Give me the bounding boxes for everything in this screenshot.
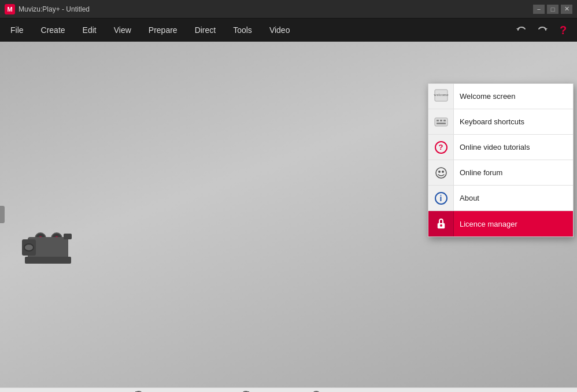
- svg-marker-0: [516, 28, 520, 30]
- menu-item-create[interactable]: Create: [33, 22, 73, 38]
- welcome-screen-icon: welcome: [428, 84, 454, 109]
- dropdown-item-online-tutorials[interactable]: ? Online video tutorials: [428, 135, 573, 160]
- statusbar: Move and steer the view. Look around. Mo…: [0, 387, 577, 392]
- titlebar-left: M Muvizu:Play+ - Untitled: [5, 4, 90, 14]
- dropdown-item-online-forum[interactable]: Online forum: [428, 160, 573, 186]
- menu-item-file[interactable]: File: [2, 22, 32, 38]
- app-icon: M: [5, 4, 15, 14]
- undo-button[interactable]: [512, 21, 531, 39]
- svg-point-9: [436, 168, 446, 178]
- menubar: File Create Edit View Prepare Direct Too…: [0, 19, 577, 42]
- minimize-button[interactable]: −: [533, 5, 545, 14]
- svg-rect-7: [443, 120, 446, 121]
- about-label: About: [454, 194, 479, 202]
- camera-lens: [24, 243, 34, 252]
- help-dropdown-menu: welcome Welcome screen Keyboard shortcut…: [428, 83, 574, 237]
- help-icon: ?: [560, 24, 567, 37]
- keyboard-shortcuts-label: Keyboard shortcuts: [454, 117, 524, 126]
- licence-manager-label: Licence manager: [454, 220, 517, 228]
- menu-item-video[interactable]: Video: [261, 22, 298, 38]
- dropdown-item-licence-manager[interactable]: Licence manager: [428, 211, 573, 236]
- menu-item-tools[interactable]: Tools: [225, 22, 260, 38]
- svg-point-10: [438, 171, 441, 173]
- dropdown-item-about[interactable]: i About: [428, 186, 573, 211]
- svg-rect-6: [440, 120, 442, 121]
- camera-viewfinder: [64, 234, 72, 239]
- dropdown-item-welcome-screen[interactable]: welcome Welcome screen: [428, 84, 573, 109]
- svg-text:welcome: welcome: [434, 93, 448, 97]
- left-edge-indicator: [0, 206, 5, 223]
- svg-point-11: [442, 171, 444, 173]
- online-tutorials-icon: ?: [428, 135, 454, 160]
- menu-item-direct[interactable]: Direct: [187, 22, 224, 38]
- camera-tripod: [25, 257, 71, 264]
- titlebar-title: Muvizu:Play+ - Untitled: [19, 5, 90, 13]
- online-forum-icon: [428, 160, 454, 186]
- titlebar-controls: − □ ✕: [533, 5, 572, 14]
- svg-rect-4: [435, 118, 447, 126]
- camera-object: [22, 232, 74, 264]
- titlebar: M Muvizu:Play+ - Untitled − □ ✕: [0, 0, 577, 19]
- menu-item-prepare[interactable]: Prepare: [140, 22, 186, 38]
- dropdown-item-keyboard-shortcuts[interactable]: Keyboard shortcuts: [428, 109, 573, 135]
- welcome-screen-label: Welcome screen: [454, 92, 516, 101]
- redo-button[interactable]: [533, 21, 552, 39]
- svg-rect-5: [437, 120, 439, 121]
- svg-marker-1: [544, 28, 548, 30]
- main-area: welcome Welcome screen Keyboard shortcut…: [0, 42, 577, 387]
- svg-rect-8: [437, 123, 446, 124]
- about-icon: i: [428, 186, 454, 211]
- menu-item-edit[interactable]: Edit: [75, 22, 105, 38]
- help-button[interactable]: ?: [554, 21, 572, 39]
- svg-point-13: [440, 224, 442, 227]
- menu-item-view[interactable]: View: [106, 22, 139, 38]
- online-tutorials-label: Online video tutorials: [454, 143, 530, 151]
- camera-lens-housing: [22, 239, 36, 256]
- online-forum-label: Online forum: [454, 168, 502, 177]
- keyboard-shortcuts-icon: [428, 109, 454, 135]
- close-button[interactable]: ✕: [561, 5, 572, 14]
- toolbar-right: ?: [512, 21, 572, 39]
- maximize-button[interactable]: □: [547, 5, 558, 14]
- licence-manager-icon: [428, 211, 454, 236]
